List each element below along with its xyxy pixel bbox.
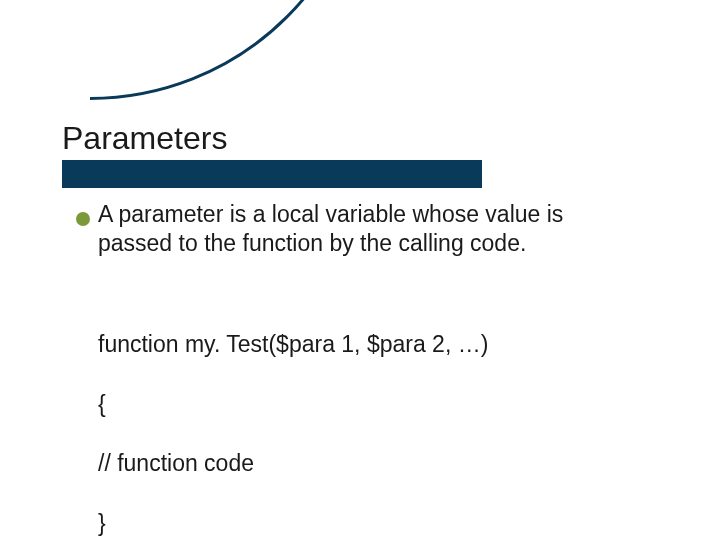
bullet-dot-icon: [76, 212, 90, 226]
code-line: {: [98, 390, 618, 420]
slide: Parameters A parameter is a local variab…: [0, 0, 720, 540]
code-line: function my. Test($para 1, $para 2, …): [98, 330, 618, 360]
code-block: function my. Test($para 1, $para 2, …) {…: [98, 300, 618, 540]
description-text: A parameter is a local variable whose va…: [98, 200, 618, 258]
title-underline-bar: [62, 160, 482, 188]
arc-mask: [0, 0, 90, 120]
code-line: // function code: [98, 449, 618, 479]
slide-title: Parameters: [62, 120, 227, 157]
code-line: }: [98, 509, 618, 539]
